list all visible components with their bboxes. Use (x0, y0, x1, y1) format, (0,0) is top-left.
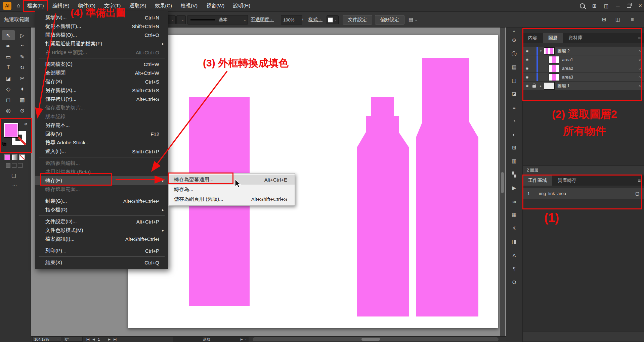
menu-object[interactable]: 物件(O) (74, 0, 100, 12)
scissors-tool[interactable]: ✂ (16, 73, 29, 83)
style-swatch-dropdown[interactable]: ⌄ (327, 15, 339, 24)
screen-mode-icon[interactable]: ▢ (11, 173, 16, 179)
expand-chevron-icon[interactable]: ▾ (538, 49, 544, 53)
vertical-scrollbar[interactable] (500, 28, 505, 336)
layer-name[interactable]: area3 (562, 75, 635, 80)
actions-panel-icon[interactable]: ▶ (509, 184, 519, 192)
layer-thumbnail[interactable] (544, 47, 555, 55)
file-menu-open-recent[interactable]: 打開最近使用過的檔案(F) ▸ (35, 39, 168, 48)
rectangle-tool[interactable]: ▭ (2, 52, 15, 62)
pencil-tool[interactable]: ✎ (16, 52, 29, 62)
paragraph-panel-icon[interactable]: ¶ (509, 264, 519, 273)
menu-effect[interactable]: 效果(C) (151, 0, 176, 12)
file-menu-share-review[interactable]: 共用以供審核 (Beta)... (35, 167, 168, 176)
gradient-panel-icon[interactable]: ◐ (509, 130, 519, 138)
style-label[interactable]: 樣式： (308, 17, 323, 23)
lock-toggle[interactable] (531, 84, 536, 88)
selection-tool[interactable]: ↖ (2, 30, 15, 40)
layer-row-layer1[interactable]: ◉ ▸ 圖層 1 ○ (523, 82, 644, 90)
file-menu-document-setup[interactable]: 文件設定(D)... Alt+Ctrl+P (35, 217, 168, 226)
submenu-save-for-web[interactable]: 儲存為網頁用 (舊版)... Alt+Shift+Ctrl+S (169, 194, 295, 204)
expand-chevron-icon[interactable]: ▸ (538, 84, 544, 88)
tab-artboards[interactable]: 工作區域 (523, 176, 552, 186)
file-menu-save-as[interactable]: 另存新檔(A)... Shift+Ctrl+S (35, 86, 168, 95)
layer-name[interactable]: area2 (562, 66, 635, 71)
magenta-bottle-small-shape[interactable] (357, 97, 409, 316)
file-menu-save-copy[interactable]: 儲存拷貝(Y)... Alt+Ctrl+S (35, 95, 168, 103)
file-menu-scripts[interactable]: 指令檔(R) ▸ (35, 205, 168, 214)
file-menu-open[interactable]: 開啟舊檔(O)... Ctrl+O (35, 31, 168, 39)
default-fill-stroke-icon[interactable] (2, 142, 6, 146)
file-menu-color-mode[interactable]: 文件色彩模式(M) ▸ (35, 226, 168, 235)
direct-selection-tool[interactable]: ▷ (16, 30, 29, 40)
target-circle-icon[interactable]: ○ (635, 49, 644, 53)
minimize-button[interactable]: ─ (616, 3, 620, 9)
visibility-toggle-icon[interactable]: ◉ (523, 75, 531, 79)
expand-panels-icon[interactable]: « (506, 29, 522, 34)
character-panel-icon[interactable]: A (509, 251, 519, 259)
collapse-left-icon[interactable]: ‹ (246, 338, 249, 341)
file-menu-place[interactable]: 置入(L)... Shift+Ctrl+P (35, 147, 168, 156)
stroke-dropdown[interactable]: ⌄ (176, 15, 186, 24)
artboard-row[interactable]: 1 img_link_area ▢ (523, 188, 644, 199)
align-panel-icon[interactable]: ≡ (509, 103, 519, 111)
draw-behind-icon[interactable] (12, 163, 16, 168)
layer-thumbnail[interactable] (544, 82, 555, 90)
artboard-name[interactable]: img_link_area (539, 191, 635, 196)
opacity-expand-icon[interactable]: › (302, 16, 303, 22)
file-menu-package[interactable]: 封裝(G)... Alt+Shift+Ctrl+P (35, 197, 168, 205)
artboard-number-select[interactable]: 1 (98, 337, 100, 341)
workspace-switcher-icon[interactable]: ⊞ (592, 3, 597, 9)
arrange-documents-icon[interactable]: ⊞ (602, 16, 606, 22)
file-menu-revert[interactable]: 回復(V) F12 (35, 130, 168, 138)
visibility-toggle-icon[interactable]: ◉ (523, 58, 531, 61)
file-men-save-template[interactable]: 另存範本... (35, 121, 168, 130)
swatches-panel-icon[interactable]: ⊞ (509, 144, 519, 152)
layer-name[interactable]: area1 (562, 57, 635, 62)
file-menu-export-selection[interactable]: 轉存選取範圍... (35, 185, 168, 194)
visibility-toggle-icon[interactable]: ◉ (523, 84, 531, 88)
next-artboard-button[interactable]: ▶ (108, 338, 111, 341)
opacity-value-select[interactable]: 100% (281, 15, 302, 25)
file-menu-browse-bridge[interactable]: 在 Bridge 中瀏覽... Alt+Ctrl+O (35, 48, 168, 57)
more-tools-icon[interactable]: … (12, 181, 17, 187)
horizontal-scrollbar-thumb[interactable] (361, 338, 380, 341)
layer-row-area1[interactable]: ◉ area1 ○ (523, 55, 644, 64)
pen-tool[interactable]: ✒ (2, 41, 15, 51)
file-menu-print[interactable]: 列印(P)... Ctrl+P (35, 246, 168, 255)
rotation-select[interactable]: 0° ⌄ (63, 337, 83, 342)
target-circle-icon[interactable]: ○ (635, 84, 644, 88)
restore-button[interactable] (627, 4, 631, 8)
blend-tool[interactable]: ◎ (2, 105, 15, 115)
stroke-panel-icon[interactable]: ◔ (509, 117, 519, 125)
menu-type[interactable]: 文字(T) (100, 0, 125, 12)
tab-asset-export[interactable]: 資產轉存 (552, 176, 582, 186)
dock-panels-icon[interactable]: ◫ (604, 3, 609, 9)
curvature-tool[interactable]: ~ (16, 41, 29, 51)
zoom-level-select[interactable]: 104.17% ⌄ (32, 337, 61, 342)
align-dropdown-icon[interactable]: ▤ ⌄ (409, 16, 418, 22)
menu-window[interactable]: 視窗(W) (202, 0, 229, 12)
layer-thumbnail[interactable] (549, 65, 559, 72)
file-menu-close[interactable]: 關閉檔案(C) Ctrl+W (35, 60, 168, 68)
file-menu-new-from-template[interactable]: 從範本新增(T)... Shift+Ctrl+N (35, 22, 168, 31)
brushes-panel-icon[interactable]: ▥ (509, 157, 519, 165)
workspace-icon[interactable]: ◫ (615, 16, 620, 22)
menu-file[interactable]: 檔案(F) (23, 0, 48, 12)
gear-icon[interactable]: ⚙ (509, 36, 519, 44)
first-artboard-button[interactable]: |◀ (86, 338, 89, 341)
horizontal-scrollbar[interactable] (253, 337, 499, 341)
draw-inside-icon[interactable] (18, 163, 23, 168)
opacity-label[interactable]: 不透明度： (251, 17, 274, 23)
layer-thumbnail[interactable] (549, 56, 559, 63)
layer-row-layer2[interactable]: ◉ ▾ 圖層 2 ○ (523, 47, 644, 55)
opentype-panel-icon[interactable]: O (509, 278, 519, 286)
search-icon[interactable] (580, 3, 585, 8)
layer-thumbnail[interactable] (549, 74, 559, 81)
artboard-page-icon[interactable]: ▢ (635, 191, 644, 196)
panel-menu-icon[interactable]: ≡ (635, 33, 644, 43)
menu-help[interactable]: 說明(H) (229, 0, 255, 12)
shape-builder-tool[interactable]: ◇ (2, 84, 15, 94)
rotate-tool[interactable]: ↻ (16, 62, 29, 72)
swap-fill-stroke-icon[interactable]: ⇄ (25, 122, 27, 126)
